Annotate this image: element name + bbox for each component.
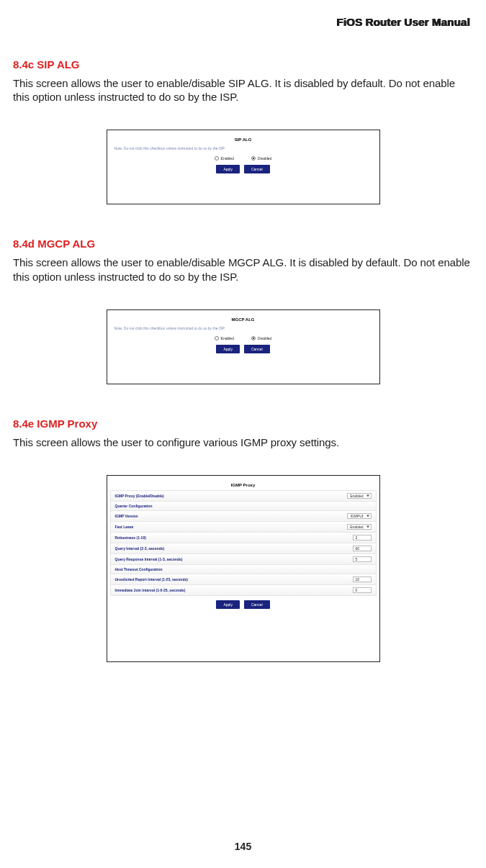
button-row: Apply Cancel	[110, 165, 377, 173]
dropdown[interactable]: Enabled	[347, 524, 371, 530]
dropdown[interactable]: Enabled	[347, 493, 371, 499]
igmp-proxy-panel: IGMP Proxy IGMP Proxy (Enable/Disable)En…	[107, 475, 380, 662]
section-body-igmp: This screen allows the user to configure…	[13, 435, 473, 449]
apply-button[interactable]: Apply	[216, 165, 240, 173]
igmp-row: IGMP VersionIGMPv3	[111, 511, 376, 522]
igmp-row-label: IGMP Version	[115, 514, 138, 518]
radio-icon	[251, 156, 256, 161]
radio-enabled[interactable]: Enabled	[215, 336, 234, 340]
igmp-row-label: IGMP Proxy (Enable/Disable)	[115, 494, 164, 498]
button-row: Apply Cancel	[110, 600, 377, 609]
igmp-row-label: Immediate Join Interval (1-0-25, seconds…	[115, 588, 186, 592]
igmp-row-label: Querier Configuration	[115, 504, 153, 508]
text-input[interactable]: 10	[353, 577, 372, 582]
panel-title: SIP ALG	[110, 137, 377, 142]
section-body-sip: This screen allows the user to enable/di…	[13, 76, 473, 104]
igmp-row: Immediate Join Interval (1-0-25, seconds…	[111, 585, 376, 595]
igmp-row: Fast LeaveEnabled	[111, 522, 376, 533]
igmp-row-label: Query Response Interval (1-3, seconds)	[115, 557, 183, 561]
apply-button[interactable]: Apply	[216, 345, 240, 353]
button-row: Apply Cancel	[110, 345, 377, 353]
radio-label: Disabled	[258, 336, 271, 340]
radio-enabled[interactable]: Enabled	[215, 156, 234, 161]
igmp-row-label: Unsolicited Report Interval (1-25, secon…	[115, 577, 188, 582]
igmp-row: Query Response Interval (1-3, seconds)5	[111, 554, 376, 565]
igmp-row: IGMP Proxy (Enable/Disable)Enabled	[111, 491, 376, 502]
radio-group: Enabled Disabled	[110, 156, 377, 161]
igmp-row: Query Interval (2-3, seconds)60	[111, 543, 376, 554]
igmp-row-label: Robustness (1-10)	[115, 535, 146, 540]
igmp-row-label: Query Interval (2-3, seconds)	[115, 546, 165, 551]
cancel-button[interactable]: Cancel	[244, 600, 270, 609]
igmp-row: Robustness (1-10)2	[111, 533, 376, 543]
sip-alg-panel: SIP ALG Note: Do not click this checkbox…	[107, 130, 380, 204]
radio-group: Enabled Disabled	[110, 336, 377, 340]
text-input[interactable]: 2	[353, 535, 372, 541]
brand-header: FiOS Router User Manual	[13, 16, 470, 28]
mgcp-alg-panel: MGCP ALG Note: Do not click this checkbo…	[107, 309, 380, 384]
section-heading-sip: 8.4c SIP ALG	[13, 58, 473, 71]
radio-icon	[251, 336, 256, 340]
radio-disabled[interactable]: Disabled	[251, 336, 271, 340]
radio-label: Enabled	[221, 156, 234, 161]
radio-label: Enabled	[221, 336, 234, 340]
panel-note: Note: Do not click this checkbox unless …	[110, 325, 377, 332]
igmp-row: Querier Configuration	[111, 502, 376, 511]
section-body-mgcp: This screen allows the user to enable/di…	[13, 256, 473, 283]
panel-title: MGCP ALG	[110, 317, 377, 322]
dropdown[interactable]: IGMPv3	[347, 513, 371, 519]
text-input[interactable]: 60	[353, 546, 372, 551]
panel-note: Note: Do not click this checkbox unless …	[110, 145, 377, 152]
radio-icon	[215, 336, 219, 340]
text-input[interactable]: 0	[353, 587, 372, 593]
radio-icon	[215, 156, 219, 161]
igmp-row-label: Host Timeout Configuration	[115, 567, 163, 571]
text-input[interactable]: 5	[353, 556, 372, 562]
section-heading-igmp: 8.4e IGMP Proxy	[13, 417, 473, 430]
radio-disabled[interactable]: Disabled	[251, 156, 271, 161]
panel-title: IGMP Proxy	[110, 483, 377, 487]
igmp-row: Unsolicited Report Interval (1-25, secon…	[111, 574, 376, 585]
page-number: 145	[0, 841, 486, 852]
radio-label: Disabled	[258, 156, 271, 161]
igmp-row-label: Fast Leave	[115, 525, 134, 529]
section-heading-mgcp: 8.4d MGCP ALG	[13, 238, 473, 250]
igmp-row: Host Timeout Configuration	[111, 565, 376, 574]
cancel-button[interactable]: Cancel	[244, 345, 270, 353]
apply-button[interactable]: Apply	[216, 600, 240, 609]
cancel-button[interactable]: Cancel	[244, 165, 270, 173]
igmp-rows: IGMP Proxy (Enable/Disable)EnabledQuerie…	[110, 490, 377, 596]
